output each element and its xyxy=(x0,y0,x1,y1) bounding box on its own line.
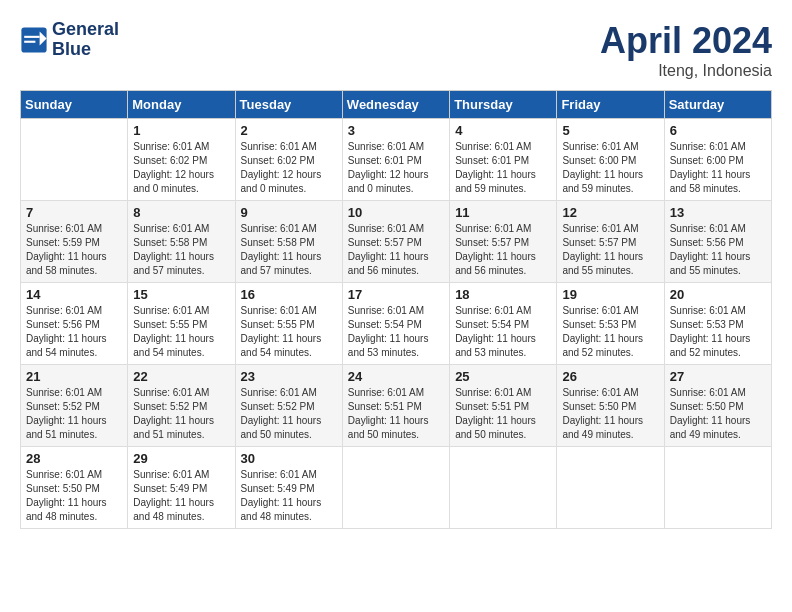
calendar-cell xyxy=(342,447,449,529)
day-info: Sunrise: 6:01 AM Sunset: 5:57 PM Dayligh… xyxy=(455,222,551,278)
calendar-cell: 5Sunrise: 6:01 AM Sunset: 6:00 PM Daylig… xyxy=(557,119,664,201)
day-info: Sunrise: 6:01 AM Sunset: 6:02 PM Dayligh… xyxy=(241,140,337,196)
day-info: Sunrise: 6:01 AM Sunset: 5:58 PM Dayligh… xyxy=(133,222,229,278)
day-number: 9 xyxy=(241,205,337,220)
day-number: 21 xyxy=(26,369,122,384)
day-number: 19 xyxy=(562,287,658,302)
calendar-cell: 12Sunrise: 6:01 AM Sunset: 5:57 PM Dayli… xyxy=(557,201,664,283)
calendar-cell: 25Sunrise: 6:01 AM Sunset: 5:51 PM Dayli… xyxy=(450,365,557,447)
calendar-cell xyxy=(21,119,128,201)
day-info: Sunrise: 6:01 AM Sunset: 5:51 PM Dayligh… xyxy=(348,386,444,442)
day-info: Sunrise: 6:01 AM Sunset: 5:52 PM Dayligh… xyxy=(133,386,229,442)
day-number: 12 xyxy=(562,205,658,220)
logo: General Blue xyxy=(20,20,119,60)
location: Iteng, Indonesia xyxy=(600,62,772,80)
day-number: 28 xyxy=(26,451,122,466)
day-info: Sunrise: 6:01 AM Sunset: 5:55 PM Dayligh… xyxy=(133,304,229,360)
day-number: 5 xyxy=(562,123,658,138)
day-number: 17 xyxy=(348,287,444,302)
calendar-cell: 15Sunrise: 6:01 AM Sunset: 5:55 PM Dayli… xyxy=(128,283,235,365)
day-info: Sunrise: 6:01 AM Sunset: 5:49 PM Dayligh… xyxy=(241,468,337,524)
day-info: Sunrise: 6:01 AM Sunset: 5:50 PM Dayligh… xyxy=(562,386,658,442)
week-row-1: 1Sunrise: 6:01 AM Sunset: 6:02 PM Daylig… xyxy=(21,119,772,201)
calendar-cell: 13Sunrise: 6:01 AM Sunset: 5:56 PM Dayli… xyxy=(664,201,771,283)
calendar-cell: 7Sunrise: 6:01 AM Sunset: 5:59 PM Daylig… xyxy=(21,201,128,283)
header-thursday: Thursday xyxy=(450,91,557,119)
calendar-cell: 27Sunrise: 6:01 AM Sunset: 5:50 PM Dayli… xyxy=(664,365,771,447)
day-number: 18 xyxy=(455,287,551,302)
calendar-header-row: SundayMondayTuesdayWednesdayThursdayFrid… xyxy=(21,91,772,119)
calendar-cell: 29Sunrise: 6:01 AM Sunset: 5:49 PM Dayli… xyxy=(128,447,235,529)
title-block: April 2024 Iteng, Indonesia xyxy=(600,20,772,80)
calendar-cell xyxy=(664,447,771,529)
day-info: Sunrise: 6:01 AM Sunset: 6:01 PM Dayligh… xyxy=(455,140,551,196)
logo-blue: Blue xyxy=(52,39,91,59)
day-number: 4 xyxy=(455,123,551,138)
header-sunday: Sunday xyxy=(21,91,128,119)
day-info: Sunrise: 6:01 AM Sunset: 5:50 PM Dayligh… xyxy=(670,386,766,442)
day-number: 7 xyxy=(26,205,122,220)
calendar-cell: 9Sunrise: 6:01 AM Sunset: 5:58 PM Daylig… xyxy=(235,201,342,283)
day-number: 10 xyxy=(348,205,444,220)
header-wednesday: Wednesday xyxy=(342,91,449,119)
day-number: 15 xyxy=(133,287,229,302)
day-info: Sunrise: 6:01 AM Sunset: 5:57 PM Dayligh… xyxy=(562,222,658,278)
day-number: 6 xyxy=(670,123,766,138)
header-saturday: Saturday xyxy=(664,91,771,119)
day-number: 8 xyxy=(133,205,229,220)
day-info: Sunrise: 6:01 AM Sunset: 5:58 PM Dayligh… xyxy=(241,222,337,278)
day-number: 14 xyxy=(26,287,122,302)
calendar-cell: 26Sunrise: 6:01 AM Sunset: 5:50 PM Dayli… xyxy=(557,365,664,447)
week-row-3: 14Sunrise: 6:01 AM Sunset: 5:56 PM Dayli… xyxy=(21,283,772,365)
calendar-cell: 22Sunrise: 6:01 AM Sunset: 5:52 PM Dayli… xyxy=(128,365,235,447)
day-info: Sunrise: 6:01 AM Sunset: 6:01 PM Dayligh… xyxy=(348,140,444,196)
week-row-4: 21Sunrise: 6:01 AM Sunset: 5:52 PM Dayli… xyxy=(21,365,772,447)
day-number: 22 xyxy=(133,369,229,384)
header-monday: Monday xyxy=(128,91,235,119)
calendar-cell: 18Sunrise: 6:01 AM Sunset: 5:54 PM Dayli… xyxy=(450,283,557,365)
header-tuesday: Tuesday xyxy=(235,91,342,119)
day-info: Sunrise: 6:01 AM Sunset: 5:56 PM Dayligh… xyxy=(26,304,122,360)
day-info: Sunrise: 6:01 AM Sunset: 5:50 PM Dayligh… xyxy=(26,468,122,524)
day-number: 16 xyxy=(241,287,337,302)
day-info: Sunrise: 6:01 AM Sunset: 5:55 PM Dayligh… xyxy=(241,304,337,360)
day-info: Sunrise: 6:01 AM Sunset: 5:49 PM Dayligh… xyxy=(133,468,229,524)
calendar-table: SundayMondayTuesdayWednesdayThursdayFrid… xyxy=(20,90,772,529)
calendar-cell: 6Sunrise: 6:01 AM Sunset: 6:00 PM Daylig… xyxy=(664,119,771,201)
day-info: Sunrise: 6:01 AM Sunset: 6:02 PM Dayligh… xyxy=(133,140,229,196)
day-number: 1 xyxy=(133,123,229,138)
day-number: 20 xyxy=(670,287,766,302)
calendar-cell: 24Sunrise: 6:01 AM Sunset: 5:51 PM Dayli… xyxy=(342,365,449,447)
calendar-cell: 17Sunrise: 6:01 AM Sunset: 5:54 PM Dayli… xyxy=(342,283,449,365)
calendar-cell: 19Sunrise: 6:01 AM Sunset: 5:53 PM Dayli… xyxy=(557,283,664,365)
day-info: Sunrise: 6:01 AM Sunset: 5:59 PM Dayligh… xyxy=(26,222,122,278)
calendar-cell xyxy=(450,447,557,529)
day-info: Sunrise: 6:01 AM Sunset: 5:54 PM Dayligh… xyxy=(348,304,444,360)
month-title: April 2024 xyxy=(600,20,772,62)
day-number: 24 xyxy=(348,369,444,384)
svg-rect-2 xyxy=(24,36,39,38)
logo-general: General xyxy=(52,19,119,39)
day-info: Sunrise: 6:01 AM Sunset: 6:00 PM Dayligh… xyxy=(562,140,658,196)
day-number: 25 xyxy=(455,369,551,384)
calendar-cell: 14Sunrise: 6:01 AM Sunset: 5:56 PM Dayli… xyxy=(21,283,128,365)
calendar-cell: 8Sunrise: 6:01 AM Sunset: 5:58 PM Daylig… xyxy=(128,201,235,283)
day-info: Sunrise: 6:01 AM Sunset: 6:00 PM Dayligh… xyxy=(670,140,766,196)
day-number: 2 xyxy=(241,123,337,138)
day-info: Sunrise: 6:01 AM Sunset: 5:52 PM Dayligh… xyxy=(26,386,122,442)
day-info: Sunrise: 6:01 AM Sunset: 5:51 PM Dayligh… xyxy=(455,386,551,442)
day-info: Sunrise: 6:01 AM Sunset: 5:53 PM Dayligh… xyxy=(562,304,658,360)
logo-icon xyxy=(20,26,48,54)
calendar-cell: 1Sunrise: 6:01 AM Sunset: 6:02 PM Daylig… xyxy=(128,119,235,201)
day-number: 26 xyxy=(562,369,658,384)
page-header: General Blue April 2024 Iteng, Indonesia xyxy=(20,20,772,80)
day-info: Sunrise: 6:01 AM Sunset: 5:53 PM Dayligh… xyxy=(670,304,766,360)
day-info: Sunrise: 6:01 AM Sunset: 5:52 PM Dayligh… xyxy=(241,386,337,442)
day-number: 23 xyxy=(241,369,337,384)
svg-rect-3 xyxy=(24,40,35,42)
calendar-cell: 2Sunrise: 6:01 AM Sunset: 6:02 PM Daylig… xyxy=(235,119,342,201)
header-friday: Friday xyxy=(557,91,664,119)
calendar-cell: 21Sunrise: 6:01 AM Sunset: 5:52 PM Dayli… xyxy=(21,365,128,447)
day-info: Sunrise: 6:01 AM Sunset: 5:57 PM Dayligh… xyxy=(348,222,444,278)
day-number: 13 xyxy=(670,205,766,220)
